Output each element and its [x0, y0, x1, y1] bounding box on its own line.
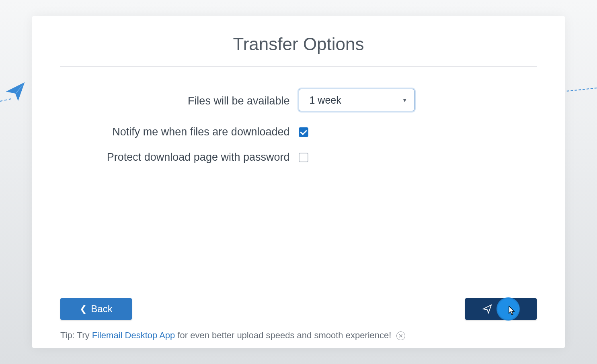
tip-prefix: Tip: Try: [60, 330, 92, 340]
row-password: Protect download page with password: [32, 151, 565, 164]
decor-trail-left: [0, 98, 11, 102]
send-button[interactable]: Send: [465, 298, 537, 320]
send-button-label: Send: [497, 303, 519, 315]
notify-checkbox[interactable]: [299, 127, 308, 137]
tip-line: Tip: Try Filemail Desktop App for even b…: [60, 330, 405, 341]
availability-value: 1 week: [310, 94, 341, 106]
password-label: Protect download page with password: [32, 151, 299, 164]
chevron-down-icon: ▼: [402, 97, 408, 103]
title-divider: [60, 66, 537, 67]
password-checkbox[interactable]: [299, 153, 308, 162]
page-title: Transfer Options: [32, 16, 565, 66]
notify-label: Notify me when files are downloaded: [32, 126, 299, 138]
options-form: Files will be available 1 week ▼ Notify …: [32, 89, 565, 164]
footer-buttons: ❮ Back Send: [60, 298, 537, 320]
tip-link[interactable]: Filemail Desktop App: [92, 330, 175, 340]
row-availability: Files will be available 1 week ▼: [32, 89, 565, 113]
back-button[interactable]: ❮ Back: [60, 298, 132, 320]
availability-label: Files will be available: [32, 95, 299, 107]
tip-close-icon[interactable]: ✕: [396, 331, 405, 340]
transfer-options-card: Transfer Options Files will be available…: [32, 16, 565, 348]
paper-plane-icon: [4, 80, 27, 103]
availability-select[interactable]: 1 week ▼: [299, 89, 414, 111]
tip-suffix: for even better upload speeds and smooth…: [175, 330, 391, 340]
chevron-left-icon: ❮: [80, 304, 87, 314]
send-icon: [482, 304, 492, 314]
back-button-label: Back: [91, 303, 112, 315]
row-notify: Notify me when files are downloaded: [32, 126, 565, 138]
